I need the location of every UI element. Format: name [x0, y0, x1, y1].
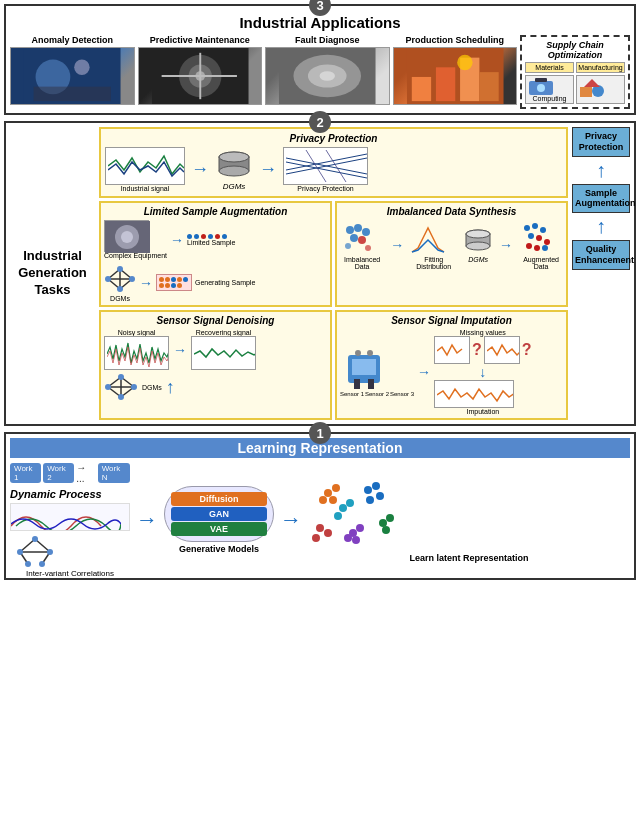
- svg-rect-2: [34, 87, 111, 101]
- fault-label: Fault Diagnose: [265, 35, 390, 45]
- dot5: [215, 234, 220, 239]
- supply-chain-box: Supply ChainOptimization Materials Manuf…: [520, 35, 630, 109]
- section3-industrial-applications: 3 Industrial Applications Anomaly Detect…: [4, 4, 636, 115]
- svg-point-62: [540, 227, 546, 233]
- svg-point-66: [526, 243, 532, 249]
- imbalanced-data: Imbalanced Data: [340, 220, 384, 270]
- sensor3-label: Sensor 3: [390, 391, 414, 397]
- svg-point-45: [117, 266, 123, 272]
- sensor-impute-title: Sensor Signal Imputation: [340, 315, 563, 326]
- svg-point-68: [542, 245, 548, 251]
- gdot8: [171, 283, 176, 288]
- svg-point-65: [544, 239, 550, 245]
- svg-point-102: [366, 496, 374, 504]
- svg-point-50: [354, 224, 362, 232]
- svg-line-31: [286, 162, 367, 178]
- wave-area: [10, 503, 130, 531]
- supply-cell-icons: [576, 75, 625, 104]
- gdot1: [159, 277, 164, 282]
- privacy-signal-box: [283, 147, 368, 185]
- svg-rect-21: [535, 78, 547, 82]
- app-anomaly: Anomaly Detection: [10, 35, 135, 105]
- svg-point-78: [118, 394, 124, 400]
- arrow7: →: [173, 342, 187, 358]
- latent-output: Learn latent Representation: [308, 478, 630, 563]
- dot4: [208, 234, 213, 239]
- dot3: [201, 234, 206, 239]
- production-img: [393, 47, 518, 105]
- section2-inner: Industrial Generation Tasks Privacy Prot…: [10, 127, 630, 420]
- badge-quality: Quality Enhancement: [572, 240, 630, 270]
- svg-point-108: [352, 536, 360, 544]
- sensor-impute-box: Sensor Signal Imputation: [335, 310, 568, 420]
- gdot2: [165, 277, 170, 282]
- supply-chain-title: Supply ChainOptimization: [525, 40, 625, 60]
- app-production: Production Scheduling: [393, 35, 518, 105]
- section2-title: Industrial Generation Tasks: [10, 127, 95, 420]
- missing-signal2: [484, 336, 520, 364]
- svg-point-113: [339, 504, 347, 512]
- imbalanced-title: Imbalanced Data Synthesis: [340, 206, 563, 217]
- production-label: Production Scheduling: [393, 35, 518, 45]
- recovering-label: Recovering signal: [191, 329, 256, 336]
- svg-point-105: [382, 526, 390, 534]
- arrow5: →: [390, 237, 404, 253]
- missing-signal1: [434, 336, 470, 364]
- privacy-title: Privacy Protection: [105, 133, 562, 144]
- fitting-label: Fitting Distribution: [410, 256, 457, 270]
- svg-point-114: [346, 499, 354, 507]
- question-mark2: ?: [522, 341, 532, 359]
- right-badges: Privacy Protection ↑ Sample Augmentation…: [572, 127, 630, 420]
- arrow11: →: [280, 507, 302, 533]
- gan-btn[interactable]: GAN: [171, 507, 267, 521]
- dgm-generating: DGMs →: [104, 263, 327, 302]
- complex-equipment: Complex Equipment: [104, 220, 167, 259]
- section1-content: Work 1 Work 2 → ... Work N Dynamic Proce…: [10, 462, 630, 578]
- badge-2: 2: [309, 111, 331, 133]
- svg-point-52: [350, 234, 358, 242]
- missing-signals: ? ?: [434, 336, 532, 364]
- supply-cell-manufacturing: Manufacturing: [576, 62, 625, 73]
- sensor1-label: Sensor 1: [340, 391, 364, 397]
- privacy-content: Industrial signal → DGMs →: [105, 147, 562, 192]
- missing-label: Missing values: [434, 329, 532, 336]
- app-fault: Fault Diagnose: [265, 35, 390, 105]
- svg-point-28: [219, 166, 249, 176]
- predictive-label: Predictive Maintenance: [138, 35, 263, 45]
- diffusion-btn[interactable]: Diffusion: [171, 492, 267, 506]
- svg-point-19: [457, 55, 472, 70]
- gdot3: [171, 277, 176, 282]
- dgm-label-limited: DGMs: [104, 295, 136, 302]
- svg-point-97: [319, 496, 327, 504]
- svg-point-95: [324, 489, 332, 497]
- dgm-denoise: DGMs ↑: [104, 373, 327, 401]
- svg-point-77: [131, 384, 137, 390]
- limited-sample-box: Limited Sample Augmentation Complex Equi…: [99, 201, 332, 307]
- svg-point-109: [344, 534, 352, 542]
- workn-badge: Work N: [98, 463, 130, 483]
- question-mark1: ?: [472, 341, 482, 359]
- sensor-denoise-box: Sensor Signal Denoising Noisy signal: [99, 310, 332, 420]
- dgm-label-denoise: DGMs: [142, 384, 162, 391]
- gdot7: [165, 283, 170, 288]
- work-dots: → ...: [76, 462, 95, 484]
- cloud-shape: Diffusion GAN VAE: [164, 486, 274, 542]
- output-label: Learn latent Representation: [308, 553, 630, 563]
- svg-point-3: [74, 60, 89, 75]
- svg-point-59: [466, 230, 490, 238]
- svg-point-13: [320, 71, 335, 81]
- vae-btn[interactable]: VAE: [171, 522, 267, 536]
- dgm-label-imbalanced: DGMs: [468, 256, 488, 263]
- arrow1: →: [191, 159, 209, 180]
- gen-models: Diffusion GAN VAE Generative Models: [164, 486, 274, 554]
- svg-point-64: [536, 235, 542, 241]
- svg-point-101: [376, 492, 384, 500]
- imputed-signal: [434, 380, 514, 408]
- svg-point-48: [117, 286, 123, 292]
- gen-models-label: Generative Models: [164, 544, 274, 554]
- anomaly-label: Anomaly Detection: [10, 35, 135, 45]
- anomaly-img: [10, 47, 135, 105]
- inter-label: Inter-variant Correlations: [10, 569, 130, 578]
- badge-sample: Sample Augmentation: [572, 184, 630, 214]
- svg-point-100: [372, 482, 380, 490]
